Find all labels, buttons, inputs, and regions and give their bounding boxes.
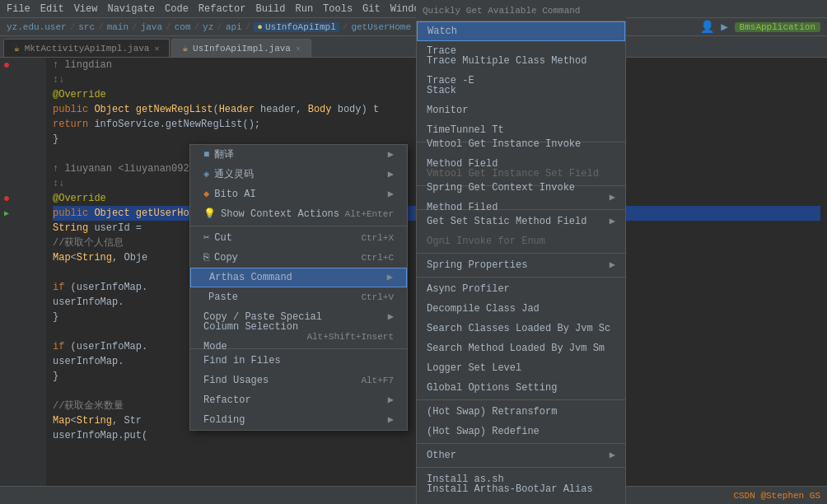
ctx-folding-label: Folding — [203, 410, 245, 430]
art-hotswap-redefine[interactable]: (Hot Swap) Redefine — [417, 422, 625, 441]
art-hotswap-redefine-label: (Hot Swap) Redefine — [427, 422, 540, 441]
menu-code[interactable]: Code — [165, 3, 189, 15]
ctx-context-actions-shortcut: Alt+Enter — [345, 204, 394, 224]
margin-bp16 — [0, 280, 13, 295]
arrow-icon: ▶ — [721, 20, 727, 34]
menu-run[interactable]: Run — [295, 3, 313, 15]
gutter-margin: ● ● ▶ — [0, 58, 13, 486]
menu-bar: File Edit View Navigate Code Refactor Bu… — [0, 0, 827, 18]
art-spring-ctx-arrow: ▶ — [610, 188, 615, 208]
breadcrumb-api: api — [226, 22, 242, 32]
margin-bp10: ● — [0, 191, 13, 206]
ctx-arthas-arrow: ▶ — [387, 268, 393, 287]
art-decompile-label: Decompile Class Jad — [427, 299, 540, 319]
art-watch-label: Watch — [428, 21, 457, 41]
margin-bp12 — [0, 221, 13, 236]
art-vmtool-invoke[interactable]: Vmtool Get Instance Invoke Method Field — [417, 144, 625, 164]
menu-git[interactable]: Git — [362, 3, 381, 15]
ctx-cut-shortcut: Ctrl+X — [361, 228, 394, 248]
ctx-copy[interactable]: ⎘ Copy Ctrl+C — [190, 248, 407, 268]
tab-mkt-text: MktActivityApiImpl.java — [25, 44, 150, 54]
art-trace-multi[interactable]: Trace Multiple Class Method Trace -E — [417, 61, 625, 81]
breadcrumb-com: com — [175, 22, 191, 32]
art-async-profiler-label: Async Profiler — [427, 279, 510, 299]
copy-icon: ⎘ — [203, 248, 209, 268]
tab-mkt-close[interactable]: ✕ — [154, 44, 159, 54]
art-spring-props-arrow: ▶ — [610, 255, 615, 275]
margin-bp1: ● — [0, 58, 13, 72]
art-stack-label: Stack — [427, 81, 456, 100]
ctx-cut[interactable]: ✂ Cut Ctrl+X — [190, 228, 407, 248]
art-watch[interactable]: Watch — [417, 21, 625, 41]
margin-bp11: ▶ — [0, 206, 13, 221]
ctx-folding[interactable]: Folding ▶ — [190, 410, 407, 430]
art-search-classes[interactable]: Search Classes Loaded By Jvm Sc — [417, 319, 625, 338]
menu-file[interactable]: File — [7, 3, 30, 15]
ctx-dict[interactable]: ◈ 通义灵码 ▶ — [190, 165, 407, 184]
ctx-column-sel[interactable]: Column Selection Mode Alt+Shift+Insert — [190, 327, 407, 347]
ctx-context-actions-label: Show Context Actions — [221, 204, 339, 224]
art-logger-label: Logger Set Level — [427, 358, 521, 378]
art-sep7 — [417, 443, 625, 444]
ctx-find-usages[interactable]: Find Usages Alt+F7 — [190, 371, 407, 390]
ctx-dict-label: 通义灵码 — [214, 165, 254, 184]
ctx-translate-label: 翻译 — [214, 145, 234, 165]
art-other-arrow: ▶ — [610, 446, 615, 465]
menu-navigate[interactable]: Navigate — [107, 3, 155, 15]
arthas-menu-container: Watch Trace Trace Multiple Class Method … — [416, 21, 626, 504]
menu-view[interactable]: View — [74, 3, 98, 15]
quick-cmd-bar: Quickly Get Available Command — [416, 0, 626, 21]
menu-tools[interactable]: Tools — [323, 3, 353, 15]
margin-bp14 — [0, 250, 13, 265]
ctx-copy-paste-arrow: ▶ — [388, 307, 394, 327]
menu-build[interactable]: Build — [255, 3, 285, 15]
tab-usinfo-close[interactable]: ✕ — [296, 44, 301, 54]
art-async-profiler[interactable]: Async Profiler — [417, 279, 625, 299]
art-monitor-label: Monitor — [427, 100, 468, 120]
bito-icon: ◆ — [203, 184, 209, 204]
tab-usinfo-label: ☕ — [182, 43, 188, 54]
art-monitor[interactable]: Monitor — [417, 100, 625, 120]
art-search-method[interactable]: Search Method Loaded By Jvm Sm — [417, 338, 625, 358]
ctx-copy-label: Copy — [214, 248, 238, 268]
art-install-boot-label: Install Arthas-BootJar Alias as.sh — [427, 479, 615, 504]
ctx-refactor-label: Refactor — [203, 390, 251, 410]
tabs-bar: ☕ MktActivityApiImpl.java ✕ ☕ UsInfoApiI… — [0, 36, 827, 58]
art-install-boot[interactable]: Install Arthas-BootJar Alias as.sh — [417, 489, 625, 504]
ctx-paste[interactable]: Paste Ctrl+V — [190, 287, 407, 307]
ctx-translate[interactable]: ■ 翻译 ▶ — [190, 145, 407, 165]
margin-bp8 — [0, 161, 13, 176]
breadcrumb-method: getUserHome — [351, 22, 411, 32]
ctx-context-actions[interactable]: 💡 Show Context Actions Alt+Enter — [190, 204, 407, 224]
tab-usinfo[interactable]: ☕ UsInfoApiImpl.java ✕ — [171, 39, 311, 57]
ctx-column-sel-shortcut: Alt+Shift+Insert — [306, 327, 394, 347]
art-logger[interactable]: Logger Set Level — [417, 358, 625, 378]
margin-bp15 — [0, 265, 13, 280]
art-spring-ctx[interactable]: Spring Get Context Invoke Method Filed ▶ — [417, 188, 625, 208]
ctx-folding-arrow: ▶ — [388, 410, 394, 430]
ctx-refactor[interactable]: Refactor ▶ — [190, 390, 407, 410]
art-decompile[interactable]: Decompile Class Jad — [417, 299, 625, 319]
quick-cmd-label: Quickly Get Available Command — [423, 6, 580, 16]
art-global[interactable]: Global Options Setting — [417, 378, 625, 398]
tab-mkt[interactable]: ☕ MktActivityApiImpl.java ✕ — [3, 39, 170, 57]
art-spring-props[interactable]: Spring Properties ▶ — [417, 255, 625, 275]
ctx-sep1 — [190, 226, 407, 226]
ctx-actions-icon: 💡 — [203, 204, 216, 224]
menu-refactor[interactable]: Refactor — [199, 3, 246, 15]
margin-bp17 — [0, 295, 13, 310]
art-hotswap-retransform[interactable]: (Hot Swap) Retransform — [417, 402, 625, 422]
art-sep4 — [417, 253, 625, 254]
ctx-find-files-label: Find in Files — [203, 351, 281, 371]
margin-bp3 — [0, 87, 13, 102]
art-other[interactable]: Other ▶ — [417, 446, 625, 465]
art-search-classes-label: Search Classes Loaded By Jvm Sc — [427, 319, 610, 338]
breadcrumb-src: src — [78, 22, 95, 32]
menu-edit[interactable]: Edit — [40, 3, 64, 15]
ctx-bito[interactable]: ◆ Bito AI ▶ — [190, 184, 407, 204]
status-bar: CSDN @Stephen GS — [0, 486, 827, 504]
art-global-label: Global Options Setting — [427, 378, 557, 398]
ctx-paste-label: Paste — [208, 287, 238, 307]
context-menu: ■ 翻译 ▶ ◈ 通义灵码 ▶ ◆ Bito AI ▶ 💡 Show Conte… — [189, 144, 408, 431]
ctx-arthas[interactable]: Arthas Command ▶ — [190, 268, 407, 287]
